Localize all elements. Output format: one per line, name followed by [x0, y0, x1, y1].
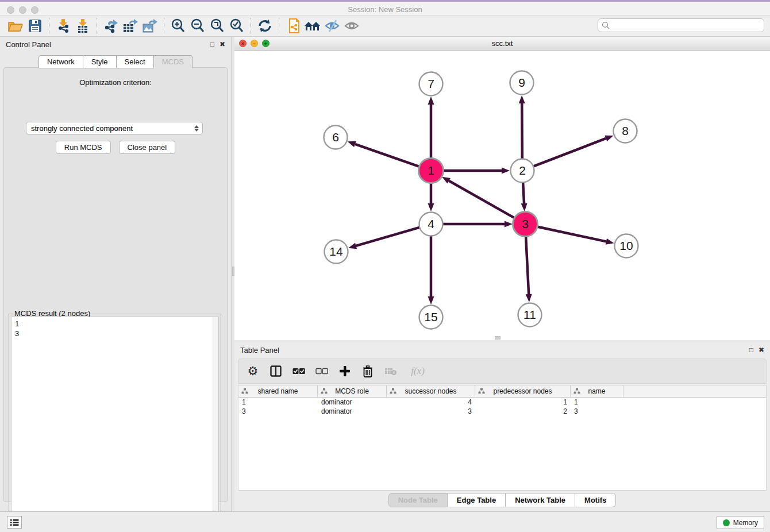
table-panel-header: Table Panel □ ✖: [234, 342, 770, 357]
table-cell[interactable]: 3: [571, 407, 623, 416]
result-scrollbar[interactable]: [213, 317, 218, 528]
column-header-name[interactable]: name: [571, 385, 623, 397]
search-input[interactable]: [610, 21, 764, 29]
tab-mcds[interactable]: MCDS: [154, 55, 192, 68]
edge-arrowhead: [521, 203, 528, 211]
canvas-scroll-thumb[interactable]: [495, 336, 500, 340]
save-session-button[interactable]: [25, 17, 45, 35]
table-row[interactable]: 1dominator411: [238, 398, 766, 407]
memory-button[interactable]: Memory: [717, 516, 764, 529]
attribute-type-icon: [241, 388, 248, 394]
deselect-all-columns-button[interactable]: [314, 364, 329, 379]
edge-arrowhead: [428, 97, 434, 105]
tab-node-table[interactable]: Node Table: [388, 493, 448, 507]
graph-edge[interactable]: [355, 144, 419, 167]
table-cell[interactable]: 3: [238, 407, 318, 416]
delete-table-button[interactable]: [383, 364, 398, 379]
float-panel-icon[interactable]: □: [210, 40, 214, 48]
column-browser-button[interactable]: [268, 364, 283, 379]
node-label: 6: [332, 130, 339, 144]
select-all-columns-button[interactable]: [291, 364, 306, 379]
import-table-button[interactable]: [73, 17, 93, 35]
tab-motifs[interactable]: Motifs: [575, 493, 616, 507]
edge-arrowhead: [605, 136, 613, 141]
export-image-button[interactable]: [140, 17, 160, 35]
tab-network-table[interactable]: Network Table: [506, 493, 575, 507]
table-cell[interactable]: 2: [475, 407, 571, 416]
table-cell[interactable]: 1: [475, 398, 571, 407]
mcds-buttons: Run MCDS Close panel: [4, 141, 227, 154]
graph-edge[interactable]: [526, 236, 529, 294]
edge-arrowhead: [505, 221, 513, 228]
float-panel-icon[interactable]: □: [749, 346, 753, 354]
table-cell[interactable]: dominator: [318, 407, 387, 416]
graph-edge[interactable]: [449, 181, 514, 218]
search-field[interactable]: [598, 18, 764, 32]
new-network-from-selection-button[interactable]: [283, 17, 303, 35]
memory-status-icon: [723, 519, 730, 526]
column-header-predecessor-nodes[interactable]: predecessor nodes: [475, 385, 571, 397]
criterion-select[interactable]: strongly connected component: [26, 122, 203, 134]
graph-edge[interactable]: [523, 183, 524, 203]
tab-style[interactable]: Style: [83, 55, 117, 68]
tab-network[interactable]: Network: [38, 55, 83, 68]
optimization-criterion-label: Optimization criterion:: [4, 78, 227, 87]
network-view-window: scc.txt × − + 7968124314101511: [234, 37, 770, 342]
zoom-fit-button[interactable]: [207, 17, 227, 35]
fx-icon: f(x): [411, 365, 425, 377]
column-header-successor-nodes[interactable]: successor nodes: [387, 385, 475, 397]
export-network-button[interactable]: [101, 17, 121, 35]
graph-edge[interactable]: [534, 138, 606, 166]
network-canvas[interactable]: 7968124314101511: [234, 51, 770, 340]
node-label: 14: [329, 245, 343, 258]
attribute-type-icon: [478, 388, 485, 394]
zoom-selected-button[interactable]: [227, 17, 247, 35]
import-network-button[interactable]: [53, 17, 73, 35]
create-column-button[interactable]: [337, 364, 352, 379]
column-header-shared-name[interactable]: shared name: [238, 385, 318, 397]
delete-column-button[interactable]: [360, 364, 375, 379]
plus-icon: [339, 365, 351, 377]
close-panel-button[interactable]: Close panel: [119, 141, 176, 154]
import-table-icon: [76, 18, 90, 33]
node-table-rows: 1dominator4113dominator323: [238, 398, 766, 416]
task-list-icon: [10, 519, 19, 526]
table-row[interactable]: 3dominator323: [238, 407, 766, 416]
network-overview-button[interactable]: [303, 17, 322, 35]
table-toolbar: ⚙: [238, 358, 767, 384]
chevron-updown-icon: [194, 125, 199, 132]
table-settings-button[interactable]: ⚙: [245, 364, 260, 379]
table-cell[interactable]: 1: [571, 398, 623, 407]
run-mcds-button[interactable]: Run MCDS: [56, 141, 111, 154]
app-title: Session: New Session: [0, 5, 770, 14]
function-builder-button[interactable]: f(x): [406, 364, 429, 379]
task-history-button[interactable]: [7, 516, 22, 529]
table-cell[interactable]: 1: [238, 398, 318, 407]
unchecked-boxes-icon: [315, 368, 328, 375]
table-cell[interactable]: 3: [387, 407, 475, 416]
zoom-out-button[interactable]: [188, 17, 207, 35]
graph-edge[interactable]: [356, 228, 419, 246]
mcds-result-group: MCDS result (2 nodes) 1 3: [9, 314, 221, 531]
tab-select[interactable]: Select: [117, 55, 154, 68]
export-table-button[interactable]: [121, 17, 140, 35]
table-cell[interactable]: 4: [387, 398, 475, 407]
hide-selected-button[interactable]: [322, 17, 342, 35]
close-panel-icon[interactable]: ✖: [220, 40, 225, 48]
table-cell[interactable]: dominator: [318, 398, 387, 407]
graph-edge[interactable]: [537, 226, 606, 241]
tab-edge-table[interactable]: Edge Table: [448, 493, 506, 507]
zoom-in-button[interactable]: [168, 17, 188, 35]
graph-edge[interactable]: [522, 103, 522, 159]
show-hidden-button[interactable]: [342, 17, 361, 35]
close-panel-icon[interactable]: ✖: [759, 346, 764, 354]
mcds-result-textarea[interactable]: 1 3: [11, 317, 219, 529]
column-header-MCDS-role[interactable]: MCDS role: [318, 385, 387, 397]
open-session-button[interactable]: [6, 17, 25, 35]
apply-layout-button[interactable]: [255, 17, 275, 35]
node-label: 1: [428, 164, 434, 177]
edge-arrowhead: [502, 168, 510, 174]
network-window-titlebar[interactable]: scc.txt × − +: [234, 37, 770, 51]
gear-icon: ⚙: [248, 364, 259, 378]
zoom-out-icon: [190, 18, 205, 33]
